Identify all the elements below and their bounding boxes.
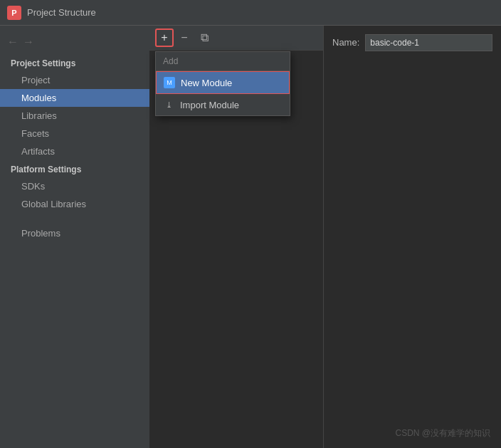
name-input[interactable]	[365, 34, 492, 51]
back-arrow[interactable]: ←	[7, 36, 19, 48]
project-settings-label: Project Settings	[0, 54, 149, 71]
content-area: + − ⧉ Add M New Module	[149, 26, 501, 448]
platform-settings-label: Platform Settings	[0, 160, 149, 177]
copy-button[interactable]: ⧉	[195, 28, 213, 47]
new-module-item[interactable]: M New Module	[156, 71, 290, 94]
import-module-label: Import Module	[180, 100, 239, 110]
copy-icon: ⧉	[201, 31, 209, 44]
nav-arrows: ← →	[0, 33, 149, 54]
left-content: + − ⧉ Add M New Module	[149, 26, 323, 448]
app-icon: P	[7, 6, 21, 20]
main-layout: ← → Project Settings Project Modules Lib…	[0, 26, 501, 448]
sidebar: ← → Project Settings Project Modules Lib…	[0, 26, 149, 448]
name-label: Name:	[332, 34, 359, 48]
add-icon: +	[161, 31, 167, 44]
sidebar-item-global-libraries[interactable]: Global Libraries	[0, 195, 149, 213]
import-icon: ⤓	[163, 99, 174, 110]
sidebar-item-project[interactable]: Project	[0, 71, 149, 89]
forward-arrow[interactable]: →	[23, 36, 34, 48]
sidebar-item-modules[interactable]: Modules	[0, 89, 149, 107]
watermark: CSDN @没有难学的知识	[395, 427, 490, 439]
dropdown-header: Add	[156, 52, 290, 71]
sidebar-item-sdks[interactable]: SDKs	[0, 177, 149, 195]
sidebar-item-problems[interactable]: Problems	[0, 224, 149, 242]
dropdown-menu: Add M New Module ⤓ Import Module	[155, 51, 290, 116]
sidebar-item-libraries[interactable]: Libraries	[0, 107, 149, 125]
add-button[interactable]: +	[155, 28, 174, 47]
title-bar: P Project Structure	[0, 0, 501, 26]
new-module-label: New Module	[181, 78, 232, 88]
toolbar: + − ⧉	[149, 26, 323, 51]
import-module-item[interactable]: ⤓ Import Module	[156, 94, 290, 115]
sidebar-item-artifacts[interactable]: Artifacts	[0, 142, 149, 160]
title-bar-text: Project Structure	[27, 7, 96, 18]
sidebar-item-facets[interactable]: Facets	[0, 125, 149, 142]
right-panel: Name:	[323, 26, 501, 448]
module-icon: M	[164, 77, 175, 88]
remove-icon: −	[181, 31, 187, 44]
remove-button[interactable]: −	[175, 28, 194, 47]
